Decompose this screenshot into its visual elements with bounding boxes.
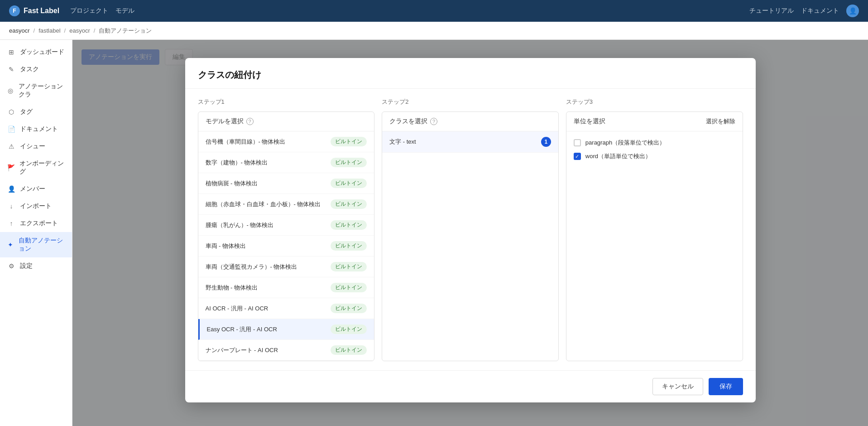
- model-name: Easy OCR - 汎用 - AI OCR: [207, 325, 331, 334]
- step1-content: モデルを選択 ? 信号機（車間目線）- 物体検出 ビルトイン 数字（建物）- 物…: [198, 111, 375, 361]
- step3-content: 単位を選択 選択を解除 paragraph（段落単位で検出） word（単語単位…: [566, 111, 743, 361]
- member-icon: 👤: [7, 185, 15, 193]
- builtin-badge: ビルトイン: [331, 345, 367, 355]
- breadcrumb-fastlabel: fastlabel: [38, 27, 60, 34]
- sidebar-item-auto-annotation[interactable]: ✦ 自動アノテーション: [0, 232, 72, 257]
- sidebar-item-settings[interactable]: ⚙ 設定: [0, 257, 72, 275]
- unit-label: word（単語単位で検出）: [585, 152, 651, 160]
- nav-model[interactable]: モデル: [115, 7, 134, 15]
- subbar: easyocr / fastlabel / easyocr / 自動アノテーショ…: [0, 22, 868, 40]
- sidebar-item-label: オンボーディング: [19, 160, 65, 176]
- sidebar-item-label: ダッシュボード: [20, 48, 64, 56]
- sep3: /: [94, 27, 96, 34]
- content-area: アノテーションを実行 編集 クラスの紐付け ステップ1 モデルを選択: [72, 40, 868, 426]
- unit-list-item[interactable]: paragraph（段落単位で検出）: [574, 139, 735, 147]
- step2-header-text: クラスを選択: [389, 117, 427, 126]
- sidebar-item-tags[interactable]: ⬡ タグ: [0, 103, 72, 121]
- sidebar-item-members[interactable]: 👤 メンバー: [0, 180, 72, 198]
- annotation-icon: ◎: [7, 87, 14, 95]
- tag-icon: ⬡: [7, 108, 15, 116]
- model-list-item[interactable]: 野生動物 - 物体検出 ビルトイン: [198, 277, 374, 298]
- sidebar-item-label: タスク: [20, 65, 39, 73]
- model-name: ナンバープレート - AI OCR: [206, 346, 331, 354]
- builtin-badge: ビルトイン: [331, 304, 367, 313]
- modal-footer: キャンセル 保存: [185, 370, 756, 402]
- model-list-item[interactable]: ナンバープレート - AI OCR ビルトイン: [198, 340, 374, 361]
- model-name: 車両 - 物体検出: [206, 242, 331, 250]
- sidebar-item-label: エクスポート: [20, 219, 58, 228]
- model-name: AI OCR - 汎用 - AI OCR: [206, 305, 331, 313]
- tutorial-link[interactable]: チュートリアル: [749, 7, 794, 15]
- sidebar-item-issues[interactable]: ⚠ イシュー: [0, 138, 72, 155]
- model-list-item[interactable]: 数字（建物）- 物体検出 ビルトイン: [198, 152, 374, 173]
- auto-annotation-icon: ✦: [7, 241, 14, 249]
- class-list-item[interactable]: 文字 - text 1: [382, 131, 558, 153]
- model-list-item[interactable]: 細胞（赤血球・白血球・血小板）- 物体検出 ビルトイン: [198, 194, 374, 215]
- sidebar-item-export[interactable]: ↑ エクスポート: [0, 215, 72, 232]
- model-list-item[interactable]: 車両（交通監視カメラ）- 物体検出 ビルトイン: [198, 257, 374, 277]
- model-name: 車両（交通監視カメラ）- 物体検出: [206, 263, 331, 271]
- nav-project[interactable]: プロジェクト: [70, 7, 108, 15]
- sidebar-item-dashboard[interactable]: ⊞ ダッシュボード: [0, 44, 72, 61]
- dashboard-icon: ⊞: [7, 48, 15, 56]
- deselect-button[interactable]: 選択を解除: [706, 117, 735, 126]
- model-name: 野生動物 - 物体検出: [206, 284, 331, 292]
- breadcrumb-auto: 自動アノテーション: [99, 27, 152, 35]
- builtin-badge: ビルトイン: [331, 262, 367, 271]
- sidebar-item-import[interactable]: ↓ インポート: [0, 198, 72, 215]
- task-icon: ✎: [7, 65, 15, 73]
- model-list-item[interactable]: 腫瘍（乳がん）- 物体検出 ビルトイン: [198, 215, 374, 236]
- document-icon: 📄: [7, 125, 15, 133]
- step1-panel: ステップ1 モデルを選択 ? 信号機（車間目線）- 物体検出 ビルトイン 数字（…: [198, 98, 375, 361]
- breadcrumb-easyocr: easyocr: [69, 27, 90, 34]
- issue-icon: ⚠: [7, 142, 15, 150]
- unit-checkbox[interactable]: [574, 153, 581, 160]
- main-layout: ⊞ ダッシュボード ✎ タスク ◎ アノテーションクラ ⬡ タグ 📄 ドキュメン…: [0, 40, 868, 426]
- builtin-badge: ビルトイン: [331, 137, 367, 146]
- onboarding-icon: 🚩: [7, 164, 15, 172]
- import-icon: ↓: [7, 202, 15, 210]
- sidebar-item-label: インポート: [20, 202, 52, 210]
- save-button[interactable]: 保存: [709, 378, 743, 395]
- topbar: F Fast Label プロジェクト モデル チュートリアル ドキュメント 👤: [0, 0, 868, 22]
- sidebar-item-label: 設定: [20, 262, 33, 270]
- unit-checkbox[interactable]: [574, 139, 581, 146]
- sidebar-item-tasks[interactable]: ✎ タスク: [0, 61, 72, 78]
- step2-label: ステップ2: [382, 98, 559, 106]
- step2-content: クラスを選択 ? 文字 - text 1: [382, 111, 559, 361]
- logo-text: Fast Label: [24, 7, 59, 15]
- unit-header: 単位を選択 選択を解除: [566, 112, 743, 131]
- cancel-button[interactable]: キャンセル: [652, 378, 703, 395]
- model-list-item[interactable]: 植物病斑 - 物体検出 ビルトイン: [198, 173, 374, 194]
- unit-list-item[interactable]: word（単語単位で検出）: [574, 152, 735, 160]
- topbar-right: チュートリアル ドキュメント 👤: [749, 5, 859, 17]
- logo: F Fast Label: [9, 5, 59, 16]
- unit-header-text: 単位を選択: [574, 117, 605, 126]
- step2-panel: ステップ2 クラスを選択 ? 文字 - text 1: [382, 98, 559, 361]
- sidebar-item-onboarding[interactable]: 🚩 オンボーディング: [0, 155, 72, 180]
- modal-header: クラスの紐付け: [185, 58, 756, 89]
- sidebar-item-label: アノテーションクラ: [19, 82, 65, 99]
- step2-header: クラスを選択 ?: [382, 112, 558, 131]
- settings-icon: ⚙: [7, 262, 15, 270]
- topbar-left: F Fast Label プロジェクト モデル: [9, 5, 134, 16]
- model-list-item[interactable]: 信号機（車間目線）- 物体検出 ビルトイン: [198, 131, 374, 152]
- document-link[interactable]: ドキュメント: [801, 7, 839, 15]
- model-list-item[interactable]: 車両 - 物体検出 ビルトイン: [198, 236, 374, 257]
- user-avatar[interactable]: 👤: [846, 5, 859, 17]
- class-name: 文字 - text: [389, 138, 416, 146]
- model-name: 数字（建物）- 物体検出: [206, 159, 331, 167]
- builtin-badge: ビルトイン: [331, 158, 367, 167]
- builtin-badge: ビルトイン: [331, 199, 367, 209]
- step2-help-icon[interactable]: ?: [430, 118, 437, 125]
- model-name: 細胞（赤血球・白血球・血小板）- 物体検出: [206, 200, 331, 208]
- sidebar-item-annotation-class[interactable]: ◎ アノテーションクラ: [0, 78, 72, 103]
- model-name: 腫瘍（乳がん）- 物体検出: [206, 221, 331, 229]
- model-name: 信号機（車間目線）- 物体検出: [206, 138, 331, 146]
- model-list-item[interactable]: Easy OCR - 汎用 - AI OCR ビルトイン: [198, 319, 374, 340]
- step1-help-icon[interactable]: ?: [246, 118, 254, 125]
- step1-label: ステップ1: [198, 98, 375, 106]
- sidebar-item-label: 自動アノテーション: [19, 237, 65, 253]
- sidebar-item-documents[interactable]: 📄 ドキュメント: [0, 121, 72, 138]
- model-list-item[interactable]: AI OCR - 汎用 - AI OCR ビルトイン: [198, 298, 374, 319]
